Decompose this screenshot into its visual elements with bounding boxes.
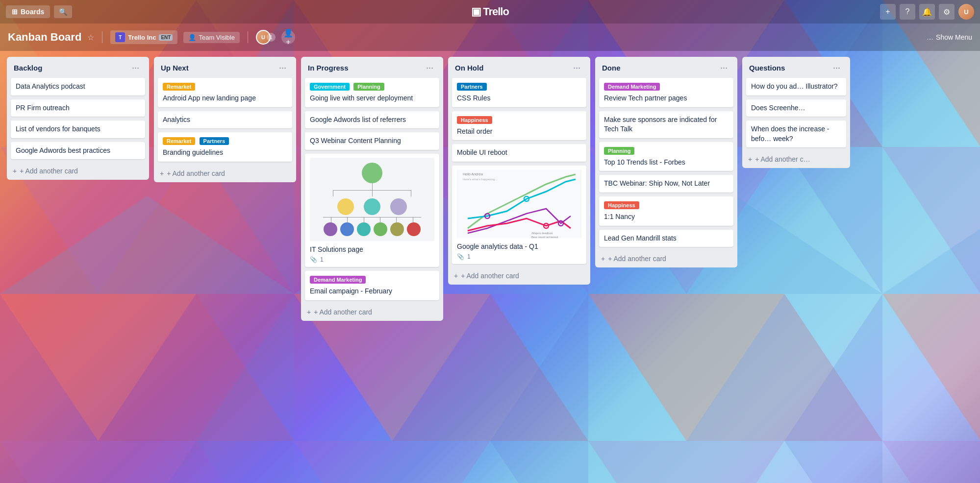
grid-icon: ⊞: [12, 8, 18, 16]
card-review-tech[interactable]: Demand Marketing Review Tech partner pag…: [599, 78, 733, 107]
label-happiness-2: Happiness: [604, 201, 639, 209]
card-title: IT Solutions page: [310, 245, 434, 255]
card-tbc-webinar[interactable]: TBC Webinar: Ship Now, Not Later: [599, 175, 733, 193]
info-icon: ?: [905, 7, 910, 16]
add-card-label: + Add another card: [314, 308, 372, 316]
org-line-l: [333, 191, 333, 196]
card-title: Retail order: [457, 127, 581, 137]
add-card-label: + Add another card: [608, 255, 666, 263]
column-done-menu[interactable]: ···: [717, 62, 730, 74]
card-title: Data Analytics podcast: [16, 82, 140, 92]
card-email-campaign[interactable]: Demand Marketing Email campaign - Februa…: [305, 271, 439, 300]
card-q3-webinar[interactable]: Q3 Webinar Content Planning: [305, 132, 439, 150]
card-lead-gen[interactable]: Lead Gen Mandrill stats: [599, 230, 733, 247]
add-card-onhold[interactable]: + + Add another card: [448, 268, 590, 285]
card-title: When does the increase - befo… week?: [751, 124, 841, 144]
notification-button[interactable]: 🔔: [919, 4, 935, 20]
org-avatar-bot-4: [374, 222, 387, 236]
add-button[interactable]: +: [880, 4, 896, 20]
card-title: Going live with server deployment: [310, 94, 434, 103]
card-google-analytics[interactable]: Hello Andrew Here's what's happening… Al…: [452, 166, 586, 265]
card-title: 1:1 Nancy: [604, 212, 729, 222]
add-card-upnext[interactable]: + + Add another card: [154, 166, 296, 182]
label-remarket-2: Remarket: [163, 137, 195, 145]
org-avatar-mid-3: [390, 198, 407, 215]
card-going-live[interactable]: Government Planning Going live with serv…: [305, 78, 439, 107]
card-title: Mobile UI reboot: [457, 148, 581, 158]
card-title: CSS Rules: [457, 94, 581, 103]
plus-icon: +: [885, 7, 890, 16]
column-inprogress-title: In Progress: [308, 64, 349, 72]
show-menu-button[interactable]: … Show Menu: [927, 33, 972, 41]
card-11-nancy[interactable]: Happiness 1:1 Nancy: [599, 196, 733, 226]
card-adwords-best[interactable]: Google Adwords best practices: [11, 142, 145, 160]
svg-text:Hello Andrew: Hello Andrew: [463, 172, 483, 176]
settings-button[interactable]: ⚙: [939, 4, 955, 20]
card-title: Does Screenhe…: [751, 103, 841, 113]
add-card-label: + Add another card: [167, 169, 225, 177]
card-pr-firm[interactable]: PR Firm outreach: [11, 99, 145, 117]
info-button[interactable]: ?: [900, 4, 915, 20]
card-css-rules[interactable]: Partners CSS Rules: [452, 78, 586, 107]
add-card-backlog[interactable]: + + Add another card: [7, 163, 149, 180]
card-top10-trends[interactable]: Planning Top 10 Trends list - Forbes: [599, 142, 733, 171]
card-vendors[interactable]: List of vendors for banquets: [11, 121, 145, 138]
card-when-does[interactable]: When does the increase - befo… week?: [746, 121, 846, 147]
card-title: Google analytics data - Q1: [457, 242, 581, 252]
card-it-solutions[interactable]: IT Solutions page 📎 1: [305, 154, 439, 267]
star-button[interactable]: ☆: [87, 33, 94, 42]
card-android-app[interactable]: Remarket Android App new landing page: [158, 78, 292, 107]
trello-icon: ▣: [471, 5, 481, 18]
column-done: Done ··· Demand Marketing Review Tech pa…: [595, 57, 737, 267]
card-sponsors[interactable]: Make sure sponsors are indicated for Tec…: [599, 111, 733, 138]
card-how-do-you[interactable]: How do you ad… Illustrator?: [746, 78, 846, 96]
invite-button[interactable]: 👤+: [281, 30, 295, 44]
board-title: Kanban Board: [8, 31, 81, 44]
boards-label: Boards: [21, 8, 44, 16]
ellipsis-icon: …: [927, 33, 933, 41]
add-card-questions[interactable]: + + Add another c…: [742, 151, 850, 168]
org-node-mid-2: [364, 198, 380, 215]
card-title: Lead Gen Mandrill stats: [604, 234, 729, 243]
column-questions-menu[interactable]: ···: [830, 62, 843, 74]
column-questions-title: Questions: [749, 64, 785, 72]
org-line-m: [372, 191, 373, 196]
add-card-inprogress[interactable]: + + Add another card: [301, 304, 443, 321]
column-onhold-header: On Hold ···: [448, 57, 590, 78]
column-inprogress: In Progress ··· Government Planning Goin…: [301, 57, 443, 321]
card-meta: 📎 1: [457, 253, 581, 260]
plus-icon: +: [454, 272, 458, 280]
card-retail-order[interactable]: Happiness Retail order: [452, 111, 586, 141]
card-title: Top 10 Trends list - Forbes: [604, 158, 729, 168]
card-branding[interactable]: Remarket Partners Branding guidelines: [158, 132, 292, 162]
org-line-v: [372, 183, 373, 190]
column-inprogress-menu[interactable]: ···: [423, 62, 436, 74]
column-onhold-menu[interactable]: ···: [570, 62, 583, 74]
plus-icon: +: [13, 167, 17, 175]
boards-button[interactable]: ⊞ Boards: [6, 5, 50, 18]
card-mobile-ui[interactable]: Mobile UI reboot: [452, 144, 586, 162]
column-upnext-header: Up Next ···: [154, 57, 296, 78]
workspace-button[interactable]: T Trello Inc ENT: [110, 30, 177, 44]
card-does-screenhe[interactable]: Does Screenhe…: [746, 99, 846, 117]
column-upnext-menu[interactable]: ···: [276, 62, 289, 74]
card-title: Q3 Webinar Content Planning: [310, 136, 434, 146]
card-data-analytics[interactable]: Data Analytics podcast: [11, 78, 145, 96]
visibility-button[interactable]: 👤 Team Visible: [183, 32, 239, 43]
org-bottom-vert-lines: [323, 217, 421, 222]
card-adwords-referrers[interactable]: Google Adwords list of referrers: [305, 111, 439, 129]
column-backlog-menu[interactable]: ···: [129, 62, 142, 74]
card-image-org-chart: [310, 158, 434, 241]
card-meta: 📎 1: [310, 256, 434, 263]
column-upnext: Up Next ··· Remarket Android App new lan…: [154, 57, 296, 182]
add-card-done[interactable]: + + Add another card: [595, 251, 737, 267]
nav-right: + ? 🔔 ⚙ U: [880, 4, 974, 20]
card-analytics[interactable]: Analytics: [158, 111, 292, 129]
plus-icon: +: [160, 169, 164, 177]
column-onhold-title: On Hold: [455, 64, 483, 72]
card-title: PR Firm outreach: [16, 103, 140, 113]
column-questions: Questions ··· How do you ad… Illustrator…: [742, 57, 850, 168]
search-button[interactable]: 🔍: [54, 5, 72, 18]
org-vl1: [331, 217, 331, 222]
user-avatar[interactable]: U: [958, 4, 974, 20]
